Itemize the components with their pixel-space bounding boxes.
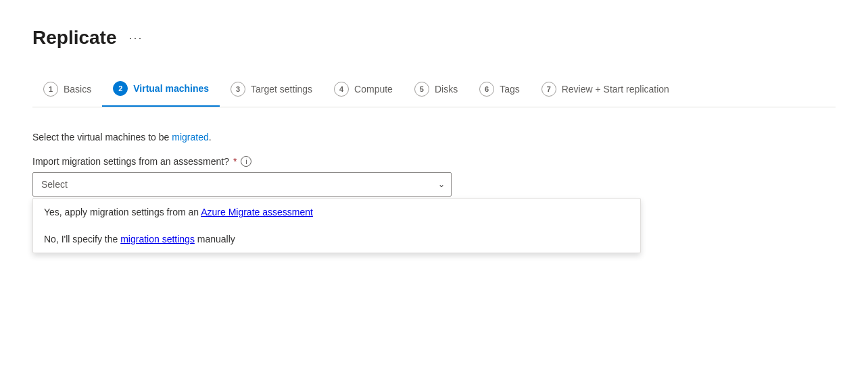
select-placeholder: Select	[41, 179, 68, 190]
field-label-text: Import migration settings from an assess…	[32, 156, 229, 167]
step-circle-6: 6	[479, 82, 494, 97]
description-text: Select the virtual machines to be migrat…	[32, 132, 836, 142]
tab-review-label: Review + Start replication	[562, 84, 669, 95]
page-container: Replicate ··· 1 Basics 2 Virtual machine…	[0, 0, 868, 224]
field-label-row: Import migration settings from an assess…	[32, 156, 836, 167]
info-icon[interactable]: i	[241, 156, 251, 167]
page-title: Replicate	[32, 27, 117, 49]
tab-tags-label: Tags	[500, 84, 520, 95]
page-header: Replicate ···	[32, 27, 836, 49]
form-area: Select the virtual machines to be migrat…	[32, 129, 836, 197]
tab-target-settings-label: Target settings	[251, 84, 312, 95]
tab-target-settings[interactable]: 3 Target settings	[220, 74, 323, 106]
select-wrapper: Select ⌄ Yes, apply migration settings f…	[32, 172, 452, 197]
dropdown-option-yes[interactable]: Yes, apply migration settings from an Az…	[33, 199, 640, 226]
migrated-link[interactable]: migrated	[172, 132, 208, 142]
tab-basics[interactable]: 1 Basics	[32, 74, 102, 106]
step-circle-2: 2	[113, 81, 128, 96]
step-circle-5: 5	[414, 82, 429, 97]
step-circle-1: 1	[43, 82, 58, 97]
tab-tags[interactable]: 6 Tags	[468, 74, 531, 106]
dropdown-option-no[interactable]: No, I'll specify the migration settings …	[33, 226, 640, 253]
required-indicator: *	[233, 156, 237, 167]
tab-compute-label: Compute	[354, 84, 393, 95]
tab-compute[interactable]: 4 Compute	[323, 74, 404, 106]
step-circle-7: 7	[541, 82, 556, 97]
dropdown-menu: Yes, apply migration settings from an Az…	[32, 198, 641, 253]
option-no-text-before: No, I'll specify the	[44, 234, 120, 244]
option-no-link[interactable]: migration settings	[120, 234, 195, 244]
tab-disks[interactable]: 5 Disks	[404, 74, 468, 106]
more-options-button[interactable]: ···	[125, 28, 147, 48]
assessment-select[interactable]: Select	[32, 172, 452, 197]
tab-basics-label: Basics	[64, 84, 91, 95]
tab-review[interactable]: 7 Review + Start replication	[531, 74, 680, 106]
step-circle-3: 3	[231, 82, 245, 97]
step-circle-4: 4	[334, 82, 349, 97]
tab-disks-label: Disks	[435, 84, 458, 95]
wizard-steps: 1 Basics 2 Virtual machines 3 Target set…	[32, 73, 836, 107]
option-yes-text-before: Yes, apply migration settings from an	[44, 207, 201, 217]
tab-virtual-machines-label: Virtual machines	[133, 83, 209, 94]
tab-virtual-machines[interactable]: 2 Virtual machines	[102, 73, 220, 107]
option-yes-link[interactable]: Azure Migrate assessment	[201, 207, 313, 217]
option-no-text-after: manually	[195, 234, 235, 244]
